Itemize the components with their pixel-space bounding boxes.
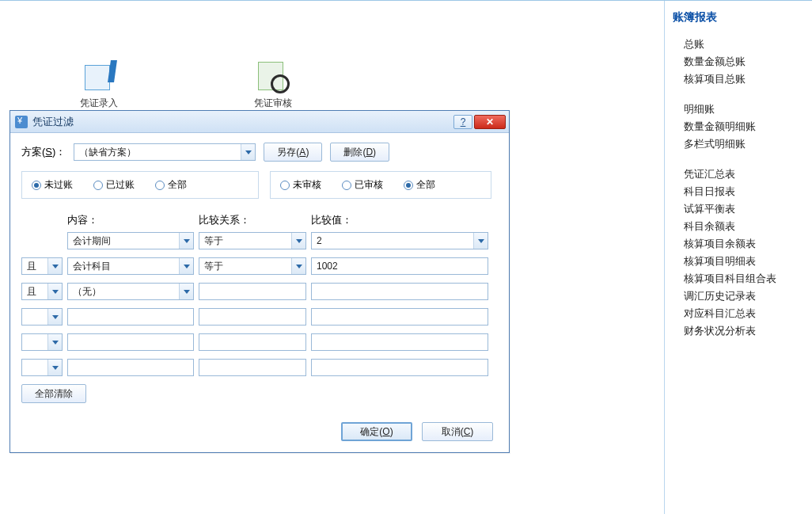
- delete-button[interactable]: 删除(D): [330, 143, 389, 162]
- logic-combo[interactable]: [21, 333, 63, 351]
- chevron-down-icon[interactable]: [47, 334, 62, 350]
- relation-input[interactable]: [199, 359, 306, 376]
- logic-combo[interactable]: [21, 308, 63, 326]
- logic-combo[interactable]: 且: [21, 257, 63, 275]
- content-combo[interactable]: 会计期间: [67, 232, 194, 249]
- post-status-group: 未过账 已过账 全部: [21, 171, 259, 199]
- value-input[interactable]: [311, 308, 488, 326]
- filter-headers: 内容： 比较关系： 比较值：: [21, 213, 498, 227]
- value-input[interactable]: [311, 257, 488, 275]
- radio-dot-icon: [93, 181, 103, 190]
- chevron-down-icon[interactable]: [291, 233, 305, 249]
- desktop-icon-label: 凭证录入: [75, 97, 123, 110]
- scheme-label: 方案(S)：: [21, 145, 66, 159]
- desktop-icon-voucher-entry[interactable]: 凭证录入: [75, 60, 123, 110]
- desktop-icons: 凭证录入 凭证审核: [0, 60, 297, 110]
- sidebar-link[interactable]: 调汇历史记录表: [684, 287, 803, 305]
- radio-audit-audited[interactable]: 已审核: [342, 178, 383, 192]
- radio-dot-icon: [342, 181, 351, 190]
- close-button[interactable]: ✕: [474, 115, 506, 129]
- filter-area: 内容： 比较关系： 比较值： 会计期间 等于 2 且 会计科目 等于 且 （: [21, 213, 498, 403]
- clear-row: 全部清除: [21, 384, 498, 403]
- relation-combo[interactable]: 等于: [199, 232, 306, 249]
- chevron-down-icon[interactable]: [241, 144, 255, 160]
- sidebar-link[interactable]: 核算项目明细表: [684, 253, 803, 270]
- chevron-down-icon[interactable]: [47, 309, 62, 325]
- chevron-down-icon[interactable]: [179, 233, 193, 249]
- sidebar-link[interactable]: 核算项目余额表: [684, 235, 803, 253]
- help-button[interactable]: ?: [453, 115, 472, 129]
- chevron-down-icon[interactable]: [47, 284, 62, 299]
- logic-combo[interactable]: 且: [21, 283, 63, 300]
- relation-input[interactable]: [199, 283, 306, 300]
- header-value: 比较值：: [311, 213, 488, 227]
- filter-row: 且 会计科目 等于: [21, 257, 498, 275]
- ok-button[interactable]: 确定(O): [341, 422, 412, 441]
- sidebar-link[interactable]: 数量金额明细账: [684, 118, 803, 135]
- content-input[interactable]: [67, 333, 194, 351]
- radio-dot-icon: [404, 181, 413, 190]
- radio-audit-all[interactable]: 全部: [404, 178, 435, 192]
- sidebar-link[interactable]: 试算平衡表: [684, 200, 803, 218]
- radio-dot-icon: [155, 181, 165, 190]
- value-input[interactable]: [311, 359, 488, 376]
- radio-post-posted[interactable]: 已过账: [93, 178, 135, 192]
- filter-row: [21, 308, 498, 326]
- sidebar-group-2: 明细账 数量金额明细账 多栏式明细账: [673, 101, 803, 153]
- sidebar-link[interactable]: 对应科目汇总表: [684, 305, 803, 322]
- filter-row: 且 （无）: [21, 283, 498, 300]
- relation-input[interactable]: [199, 308, 306, 326]
- sidebar-link[interactable]: 多栏式明细账: [684, 135, 803, 153]
- radio-groups: 未过账 已过账 全部 未审核 已审核 全部: [21, 171, 498, 199]
- filter-row: 会计期间 等于 2: [21, 232, 498, 249]
- chevron-down-icon[interactable]: [179, 258, 193, 274]
- dialog-title: 凭证过滤: [32, 115, 452, 129]
- clear-all-button[interactable]: 全部清除: [21, 384, 86, 403]
- sidebar-link[interactable]: 科目余额表: [684, 218, 803, 235]
- relation-input[interactable]: [199, 333, 306, 351]
- chevron-down-icon[interactable]: [47, 360, 62, 375]
- dialog-body: 方案(S)： （缺省方案） 另存(A) 删除(D) 未过账 已过账 全部 未审核…: [10, 133, 509, 414]
- sidebar-link[interactable]: 核算项目总账: [684, 70, 803, 88]
- sidebar-link[interactable]: 财务状况分析表: [684, 322, 803, 340]
- logic-combo[interactable]: [21, 359, 63, 376]
- content-input[interactable]: [67, 308, 194, 326]
- sidebar-link[interactable]: 数量金额总账: [684, 53, 803, 70]
- header-content: 内容：: [67, 213, 194, 227]
- scheme-combo[interactable]: （缺省方案）: [74, 143, 256, 161]
- content-combo[interactable]: （无）: [67, 283, 194, 300]
- voucher-filter-dialog: 凭证过滤 ? ✕ 方案(S)： （缺省方案） 另存(A) 删除(D) 未过账 已…: [9, 110, 510, 453]
- dialog-footer: 确定(O) 取消(C): [10, 414, 509, 452]
- radio-audit-unaudited[interactable]: 未审核: [280, 178, 321, 192]
- sidebar-link[interactable]: 总账: [684, 36, 803, 53]
- cancel-button[interactable]: 取消(C): [422, 422, 493, 441]
- audit-status-group: 未审核 已审核 全部: [270, 171, 491, 199]
- chevron-down-icon[interactable]: [291, 258, 305, 274]
- relation-combo[interactable]: 等于: [199, 257, 306, 275]
- radio-post-unposted[interactable]: 未过账: [32, 178, 73, 192]
- content-input[interactable]: [67, 359, 194, 376]
- chevron-down-icon[interactable]: [179, 284, 193, 299]
- chevron-down-icon[interactable]: [47, 258, 62, 274]
- sidebar: 账簿报表 总账 数量金额总账 核算项目总账 明细账 数量金额明细账 多栏式明细账…: [664, 1, 803, 514]
- value-input[interactable]: [311, 333, 488, 351]
- sidebar-link[interactable]: 明细账: [684, 101, 803, 118]
- sidebar-link[interactable]: 凭证汇总表: [684, 166, 803, 183]
- sidebar-group-3: 凭证汇总表 科目日报表 试算平衡表 科目余额表 核算项目余额表 核算项目明细表 …: [673, 166, 803, 340]
- scheme-row: 方案(S)： （缺省方案） 另存(A) 删除(D): [21, 143, 498, 162]
- sidebar-link[interactable]: 科目日报表: [684, 183, 803, 200]
- header-relation: 比较关系：: [199, 213, 306, 227]
- dialog-titlebar[interactable]: 凭证过滤 ? ✕: [10, 111, 509, 133]
- voucher-entry-icon: [82, 60, 116, 93]
- radio-post-all[interactable]: 全部: [155, 178, 187, 192]
- value-input[interactable]: [311, 283, 488, 300]
- chevron-down-icon[interactable]: [473, 233, 488, 249]
- scheme-value: （缺省方案）: [74, 146, 241, 159]
- sidebar-link[interactable]: 核算项目科目组合表: [684, 270, 803, 287]
- content-combo[interactable]: 会计科目: [67, 257, 194, 275]
- save-as-button[interactable]: 另存(A): [264, 143, 322, 162]
- voucher-audit-icon: [256, 60, 290, 93]
- desktop-icon-voucher-audit[interactable]: 凭证审核: [249, 60, 297, 110]
- value-combo[interactable]: 2: [311, 232, 488, 249]
- dialog-app-icon: [15, 116, 28, 128]
